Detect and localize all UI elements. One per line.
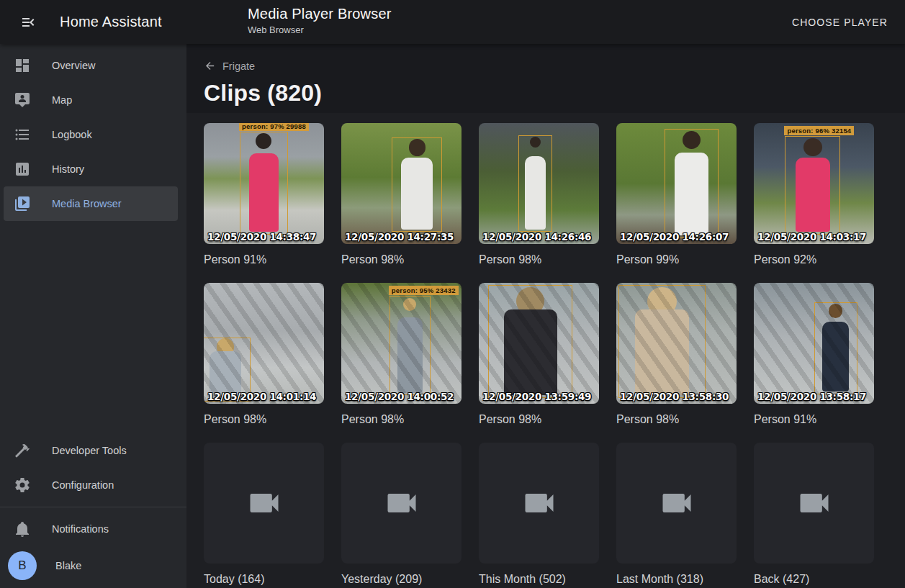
detection-box: person: 96% 32154	[785, 136, 840, 234]
clip-thumbnail: person: 96% 3215412/05/2020 14:03:17	[754, 123, 874, 244]
clip-card[interactable]: person: 95% 2343212/05/2020 14:00:52Pers…	[341, 283, 461, 427]
folder-label: Last Month (318)	[616, 572, 737, 587]
clip-caption: Person 91%	[204, 253, 324, 267]
folder-label: Yesterday (209)	[341, 572, 461, 587]
person-figure	[822, 322, 849, 392]
folder-thumbnail	[204, 443, 324, 564]
video-icon	[658, 484, 695, 522]
choose-player-button[interactable]: CHOOSE PLAYER	[786, 11, 893, 34]
video-icon	[383, 484, 420, 522]
clip-caption: Person 98%	[204, 412, 324, 427]
sidebar-item-map[interactable]: Map	[4, 83, 178, 117]
view-dashboard-icon	[14, 57, 31, 74]
clip-card[interactable]: 12/05/2020 14:01:14Person 98%	[204, 283, 324, 427]
person-figure	[796, 158, 830, 232]
folder-thumbnail	[479, 443, 599, 564]
sidebar-item-label: History	[52, 163, 84, 175]
person-figure	[249, 153, 279, 231]
breadcrumb-back[interactable]: Frigate	[204, 60, 255, 72]
detection-box	[518, 135, 552, 232]
video-icon	[246, 484, 283, 522]
person-figure-head	[530, 137, 541, 148]
person-figure-head	[683, 131, 701, 149]
sidebar-item-label: Overview	[52, 60, 95, 71]
clip-caption: Person 98%	[341, 253, 461, 267]
video-icon	[796, 484, 833, 522]
breadcrumb-label: Frigate	[222, 60, 255, 72]
clip-card[interactable]: 12/05/2020 14:27:35Person 98%	[341, 123, 461, 267]
person-figure-head	[256, 133, 271, 149]
app-title: Home Assistant	[60, 14, 162, 30]
clip-thumbnail: person: 95% 2343212/05/2020 14:00:52	[341, 283, 461, 404]
top-app-bar: Home Assistant Media Player Browser Web …	[0, 0, 905, 44]
clip-caption: Person 91%	[754, 412, 874, 427]
sidebar-item-label: Notifications	[52, 523, 109, 535]
sidebar-spacer	[0, 221, 186, 433]
hammer-icon	[14, 442, 31, 459]
clip-caption: Person 98%	[479, 412, 599, 427]
folder-card-last-month[interactable]: Last Month (318)	[616, 443, 737, 587]
sidebar-toggle-button[interactable]	[12, 5, 46, 40]
sidebar-item-configuration[interactable]: Configuration	[4, 468, 178, 502]
profile-name: Blake	[55, 560, 81, 571]
sidebar-item-logbook[interactable]: Logbook	[4, 117, 178, 152]
clip-card[interactable]: 12/05/2020 13:58:17Person 91%	[754, 283, 874, 427]
clip-timestamp: 12/05/2020 14:26:07	[620, 231, 729, 243]
person-figure-head	[409, 139, 426, 155]
person-figure-head	[647, 287, 676, 316]
clip-caption: Person 98%	[616, 412, 737, 427]
play-box-multiple-icon	[14, 195, 31, 212]
clip-thumbnail: 12/05/2020 14:01:14	[204, 283, 324, 404]
person-figure-head	[803, 138, 821, 156]
clip-card[interactable]: 12/05/2020 13:58:30Person 98%	[616, 283, 737, 427]
clip-timestamp: 12/05/2020 14:03:17	[757, 231, 866, 243]
detection-box	[665, 129, 719, 238]
sidebar-item-developer-tools[interactable]: Developer Tools	[4, 433, 178, 468]
folder-label: This Month (502)	[479, 572, 599, 587]
sidebar-item-label: Map	[52, 94, 72, 106]
folder-card-today[interactable]: Today (164)	[204, 443, 324, 587]
sidebar-item-notifications[interactable]: Notifications	[4, 512, 178, 546]
menu-open-icon	[20, 14, 37, 31]
sidebar-footer-items: Developer ToolsConfiguration	[0, 433, 186, 502]
clip-thumbnail: 12/05/2020 14:27:35	[341, 123, 461, 244]
media-subtitle: Web Browser	[248, 24, 392, 35]
media-title: Media Player Browser	[248, 6, 392, 22]
sidebar-item-overview[interactable]: Overview	[4, 48, 178, 83]
sidebar-item-media-browser[interactable]: Media Browser	[4, 186, 178, 221]
clip-card[interactable]: person: 96% 3215412/05/2020 14:03:17Pers…	[754, 123, 874, 267]
clip-card[interactable]: person: 97% 2998812/05/2020 14:38:47Pers…	[204, 123, 324, 267]
clip-card[interactable]: 12/05/2020 14:26:46Person 98%	[479, 123, 599, 267]
media-browser-heading: Media Player Browser Web Browser	[248, 6, 392, 35]
clip-thumbnail: 12/05/2020 13:58:30	[616, 283, 737, 404]
detection-box	[392, 137, 442, 232]
detection-label: person: 97% 29988	[239, 123, 309, 131]
detection-box	[814, 302, 857, 394]
detection-label: person: 95% 23432	[389, 286, 459, 295]
detection-label: person: 96% 32154	[784, 126, 854, 135]
clip-timestamp: 12/05/2020 14:26:46	[482, 231, 591, 243]
sidebar-item-history[interactable]: History	[4, 152, 178, 186]
folder-label: Today (164)	[204, 572, 324, 587]
clips-grid: person: 97% 2998812/05/2020 14:38:47Pers…	[204, 123, 905, 587]
folder-card-yesterday[interactable]: Yesterday (209)	[341, 443, 461, 587]
detection-box	[488, 285, 572, 397]
clip-card[interactable]: 12/05/2020 14:26:07Person 99%	[616, 123, 737, 267]
folder-card-this-month[interactable]: This Month (502)	[479, 443, 599, 587]
media-browser-panel: Frigate Clips (820) person: 97% 2998812/…	[186, 44, 905, 588]
person-figure	[635, 309, 690, 395]
sidebar-profile[interactable]: B Blake	[4, 546, 178, 585]
clip-caption: Person 92%	[754, 253, 874, 267]
folder-thumbnail	[754, 443, 874, 564]
clip-timestamp: 12/05/2020 13:59:49	[482, 391, 591, 402]
person-figure-head	[829, 304, 843, 318]
chart-box-icon	[14, 160, 31, 178]
clip-caption: Person 98%	[479, 253, 599, 267]
folder-card-back[interactable]: Back (427)	[754, 443, 874, 587]
folder-label: Back (427)	[754, 572, 874, 587]
folder-thumbnail	[616, 443, 737, 564]
tooltip-account-icon	[14, 91, 31, 109]
clip-card[interactable]: 12/05/2020 13:59:49Person 98%	[479, 283, 599, 427]
content-header: Frigate Clips (820)	[186, 44, 905, 113]
clip-timestamp: 12/05/2020 14:38:47	[207, 231, 316, 243]
